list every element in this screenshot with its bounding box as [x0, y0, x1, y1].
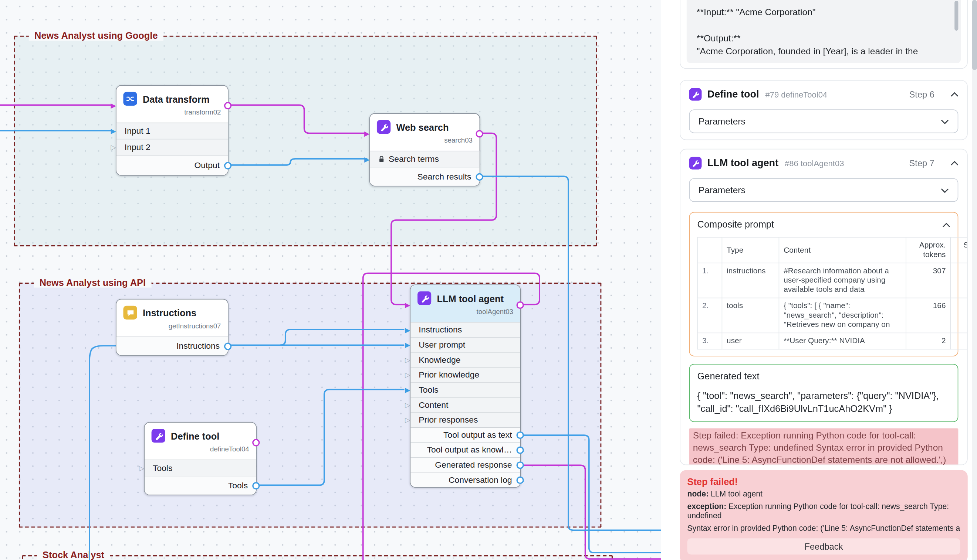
output-row: Output [117, 155, 228, 175]
chevron-up-icon[interactable] [943, 219, 950, 229]
output-label: Generated response [435, 460, 512, 470]
exec-output-port[interactable] [516, 302, 524, 309]
output-port[interactable] [224, 342, 231, 350]
input-port[interactable]: ▷ [405, 371, 410, 378]
step-failed-card: Step failed! node: LLM tool agent except… [680, 470, 968, 560]
input-port[interactable]: ▷ [139, 465, 144, 472]
chevron-up-icon[interactable] [951, 92, 958, 97]
chat-icon [123, 306, 137, 320]
column-header: Source step [950, 237, 968, 263]
step-failed-inline-message: Step failed: Exception running Python co… [689, 428, 959, 465]
edge-data[interactable] [256, 389, 403, 485]
sample-line: **Input:** "Acme Corporation" [697, 5, 950, 19]
input-label: Tools [153, 463, 172, 472]
node-llm-tool-agent[interactable]: LLM tool agent toolAgent03 ▶ ▶ Instructi… [410, 285, 521, 488]
sample-text-area[interactable]: **Input:** "Acme Corporation" **Output:*… [687, 0, 961, 63]
node-web-search[interactable]: Web search search03 ▶ ▶ Search terms Sea… [370, 113, 480, 186]
output-label: Output [194, 161, 220, 170]
output-port[interactable] [516, 476, 524, 483]
parameters-label: Parameters [699, 185, 746, 195]
edge-data[interactable] [228, 159, 367, 165]
exec-output-port[interactable] [475, 130, 483, 137]
panel-scrollbar[interactable] [972, 0, 977, 560]
input-port[interactable]: ▶ [405, 387, 410, 393]
step-failed-title: Step failed! [687, 477, 960, 487]
exec-input-port[interactable]: ▶ [364, 130, 370, 137]
input-port[interactable]: ▶ [405, 341, 410, 348]
define-tool-step-card: Define tool #79 defineTool04 Step 6 Para… [680, 80, 968, 140]
chevron-up-icon[interactable] [951, 161, 958, 166]
input-row: ▷ Tools [145, 460, 256, 476]
output-port[interactable] [252, 482, 259, 489]
node-data-transform[interactable]: Data transform transform02 ▶ ▶ Input 1 ▷… [116, 85, 229, 175]
input-row: ▷ Content [410, 397, 520, 412]
edge-exec[interactable] [228, 105, 366, 133]
output-port[interactable] [516, 461, 524, 468]
node-title: LLM tool agent [437, 293, 504, 303]
input-row: ▷ Knowledge [410, 352, 520, 367]
input-label: Tools [418, 385, 438, 395]
input-port[interactable]: ▶ [405, 327, 410, 333]
node-id: transform02 [117, 106, 228, 123]
output-row: Tools [145, 476, 256, 495]
workflow-canvas[interactable]: News Analyst using Google News Analyst u… [0, 0, 661, 560]
wrench-icon [377, 120, 390, 134]
edge-data[interactable] [280, 330, 403, 345]
input-label: Input 1 [125, 126, 151, 135]
output-port[interactable] [516, 431, 524, 438]
node-title: Instructions [143, 307, 196, 318]
input-port[interactable]: ▷ [111, 144, 116, 151]
input-port[interactable]: ▷ [405, 357, 410, 363]
parameters-label: Parameters [699, 117, 746, 126]
node-instructions[interactable]: Instructions getInstructions07 Instructi… [116, 299, 229, 356]
exec-input-port[interactable]: ▶ [405, 302, 410, 309]
chevron-down-icon [941, 185, 949, 195]
input-label: Content [418, 400, 448, 409]
output-port[interactable] [475, 173, 483, 180]
node-define-tool[interactable]: Define tool defineTool04 ▷ Tools Tools [144, 422, 257, 495]
input-port[interactable]: ▶ [364, 155, 370, 163]
step-number: Step 6 [909, 89, 935, 99]
input-port[interactable]: ▷ [405, 416, 410, 423]
transform-icon [123, 92, 137, 106]
exec-output-port[interactable] [224, 102, 231, 109]
exec-output-port[interactable] [252, 439, 259, 446]
edge-data[interactable] [520, 435, 661, 553]
input-row: ▷ Prior knowledge [410, 367, 520, 382]
input-port[interactable]: ▷ [405, 402, 410, 408]
column-header: Content [779, 237, 906, 263]
edge-data[interactable] [89, 346, 117, 560]
parameters-dropdown[interactable]: Parameters [689, 109, 959, 133]
column-header: Approx. tokens [906, 237, 950, 263]
panel-scrollbar-thumb[interactable] [972, 0, 977, 70]
edge-exec[interactable] [520, 465, 661, 559]
parameters-dropdown[interactable]: Parameters [689, 178, 959, 202]
node-id: toolAgent03 [410, 305, 520, 322]
feedback-button[interactable]: Feedback [687, 538, 960, 555]
wrench-icon [689, 88, 702, 101]
table-row: 3. user **User Query:** NVIDIA 2 2 [698, 333, 967, 349]
input-row: ▶ Instructions [410, 322, 520, 337]
node-id: defineTool04 [145, 443, 256, 460]
composite-prompt-title: Composite prompt [698, 219, 774, 229]
output-row: Instructions [117, 337, 228, 355]
failed-node-line: node: LLM tool agent [687, 490, 960, 499]
node-title: Define tool [171, 430, 219, 441]
wrench-icon [418, 292, 431, 305]
column-header: Type [722, 237, 779, 263]
step-ref: #79 defineTool04 [765, 90, 827, 99]
output-label: Instructions [176, 341, 220, 350]
input-port[interactable]: ▶ [111, 127, 116, 135]
input-label: Instructions [418, 325, 462, 334]
input-row: ▶ Search terms [370, 151, 479, 167]
lock-icon [378, 155, 385, 163]
node-id: getInstructions07 [117, 320, 228, 337]
output-port[interactable] [224, 162, 231, 169]
input-label: Search terms [389, 154, 439, 163]
sample-line: "Acme Corporation, founded in [Year], is… [697, 45, 950, 58]
edge-layer [0, 0, 661, 560]
exec-input-port[interactable]: ▶ [111, 102, 116, 109]
output-port[interactable] [516, 446, 524, 453]
textarea-scrollbar-thumb[interactable] [954, 1, 958, 31]
llm-tool-agent-step-card: LLM tool agent #86 toolAgent03 Step 7 Pa… [680, 149, 968, 465]
